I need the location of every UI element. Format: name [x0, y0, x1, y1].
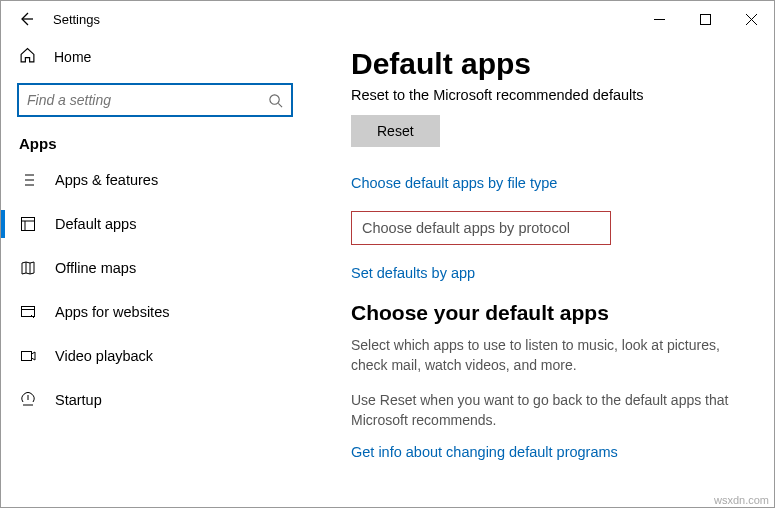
page-title: Default apps: [351, 47, 750, 81]
svg-rect-20: [22, 352, 32, 361]
main-panel: Default apps Reset to the Microsoft reco…: [321, 37, 774, 507]
arrow-left-icon: [18, 11, 34, 27]
home-icon: [19, 47, 36, 67]
back-button[interactable]: [11, 4, 41, 34]
nav-video-playback[interactable]: Video playback: [5, 334, 305, 378]
reset-button[interactable]: Reset: [351, 115, 440, 147]
choose-paragraph: Select which apps to use to listen to mu…: [351, 335, 750, 376]
link-filetype[interactable]: Choose default apps by file type: [351, 175, 750, 191]
nav-label: Startup: [55, 392, 102, 408]
nav-label: Video playback: [55, 348, 153, 364]
titlebar: Settings: [1, 1, 774, 37]
sidebar-heading: Apps: [5, 135, 305, 158]
maximize-icon: [700, 14, 711, 25]
window-title: Settings: [53, 12, 100, 27]
svg-line-6: [278, 103, 282, 107]
link-byapp[interactable]: Set defaults by app: [351, 265, 750, 281]
close-icon: [746, 14, 757, 25]
nav-startup[interactable]: Startup: [5, 378, 305, 422]
svg-point-5: [270, 94, 279, 103]
search-box[interactable]: [17, 83, 293, 117]
link-info[interactable]: Get info about changing default programs: [351, 444, 750, 460]
nav-label: Default apps: [55, 216, 136, 232]
default-apps-icon: [19, 216, 37, 232]
svg-rect-2: [700, 14, 710, 24]
sidebar: Home Apps Apps & features Default apps: [1, 37, 321, 507]
search-input[interactable]: [27, 92, 268, 108]
home-label: Home: [54, 49, 91, 65]
minimize-icon: [654, 14, 665, 25]
nav-label: Apps for websites: [55, 304, 169, 320]
home-nav[interactable]: Home: [5, 37, 305, 77]
nav-apps-websites[interactable]: Apps for websites: [5, 290, 305, 334]
nav-label: Apps & features: [55, 172, 158, 188]
minimize-button[interactable]: [636, 3, 682, 35]
list-icon: [19, 172, 37, 188]
link-protocol[interactable]: Choose default apps by protocol: [351, 211, 611, 245]
maximize-button[interactable]: [682, 3, 728, 35]
video-icon: [19, 348, 37, 364]
svg-rect-13: [22, 218, 35, 231]
search-icon: [268, 93, 283, 108]
startup-icon: [19, 392, 37, 408]
reset-caption: Reset to the Microsoft recommended defau…: [351, 87, 750, 103]
nav-label: Offline maps: [55, 260, 136, 276]
map-icon: [19, 260, 37, 276]
svg-rect-18: [22, 307, 35, 317]
nav-offline-maps[interactable]: Offline maps: [5, 246, 305, 290]
watermark: wsxdn.com: [714, 494, 769, 506]
choose-heading: Choose your default apps: [351, 301, 750, 325]
websites-icon: [19, 304, 37, 320]
nav-apps-features[interactable]: Apps & features: [5, 158, 305, 202]
close-button[interactable]: [728, 3, 774, 35]
reset-paragraph: Use Reset when you want to go back to th…: [351, 390, 750, 431]
nav-default-apps[interactable]: Default apps: [5, 202, 305, 246]
